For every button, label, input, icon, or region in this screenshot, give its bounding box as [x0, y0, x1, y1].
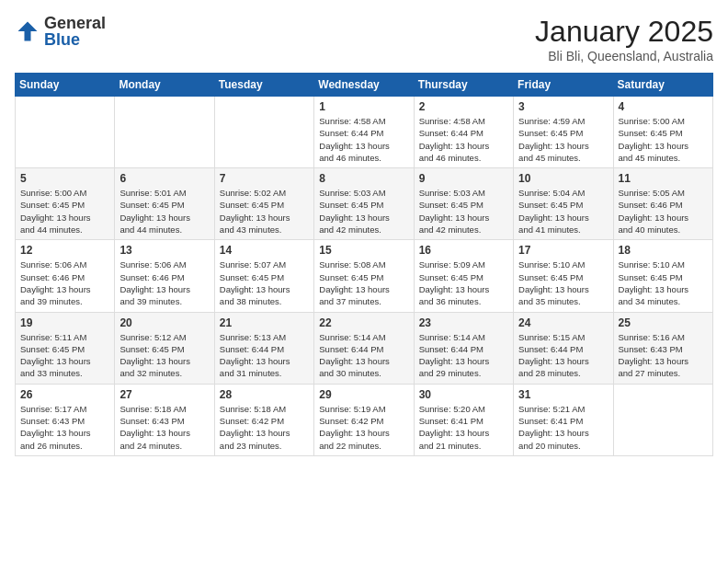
weekday-header-sunday: Sunday	[16, 74, 115, 97]
day-info-text: Sunrise: 5:01 AM Sunset: 6:45 PM Dayligh…	[119, 187, 209, 236]
day-info-text: Sunrise: 5:04 AM Sunset: 6:45 PM Dayligh…	[518, 187, 608, 236]
day-number: 19	[20, 316, 109, 329]
day-info-text: Sunrise: 5:06 AM Sunset: 6:46 PM Dayligh…	[20, 259, 109, 307]
day-info-text: Sunrise: 5:13 AM Sunset: 6:44 PM Dayligh…	[220, 331, 309, 380]
calendar-day-cell: 26Sunrise: 5:17 AM Sunset: 6:43 PM Dayli…	[16, 384, 115, 455]
day-number: 2	[419, 100, 508, 113]
day-number: 4	[619, 100, 708, 113]
calendar-empty-cell	[115, 97, 214, 168]
calendar-week-row: 12Sunrise: 5:06 AM Sunset: 6:46 PM Dayli…	[16, 240, 713, 312]
calendar-day-cell: 5Sunrise: 5:00 AM Sunset: 6:45 PM Daylig…	[16, 168, 115, 240]
day-info-text: Sunrise: 5:06 AM Sunset: 6:46 PM Dayligh…	[119, 259, 209, 307]
calendar-day-cell: 18Sunrise: 5:10 AM Sunset: 6:45 PM Dayli…	[613, 240, 712, 312]
calendar-day-cell: 11Sunrise: 5:05 AM Sunset: 6:46 PM Dayli…	[613, 168, 712, 240]
day-number: 29	[319, 388, 408, 401]
calendar-empty-cell	[214, 97, 313, 168]
calendar-empty-cell	[613, 384, 712, 455]
day-info-text: Sunrise: 5:18 AM Sunset: 6:42 PM Dayligh…	[220, 403, 309, 452]
calendar-day-cell: 17Sunrise: 5:10 AM Sunset: 6:45 PM Dayli…	[514, 240, 613, 312]
day-info-text: Sunrise: 5:10 AM Sunset: 6:45 PM Dayligh…	[518, 259, 608, 307]
day-info-text: Sunrise: 5:16 AM Sunset: 6:43 PM Dayligh…	[619, 331, 708, 380]
calendar-day-cell: 23Sunrise: 5:14 AM Sunset: 6:44 PM Dayli…	[414, 312, 513, 384]
day-number: 7	[220, 172, 309, 185]
calendar-day-cell: 6Sunrise: 5:01 AM Sunset: 6:45 PM Daylig…	[115, 168, 214, 240]
calendar-day-cell: 21Sunrise: 5:13 AM Sunset: 6:44 PM Dayli…	[214, 312, 313, 384]
weekday-header-friday: Friday	[514, 74, 613, 97]
logo: General Blue	[15, 15, 106, 48]
calendar-day-cell: 13Sunrise: 5:06 AM Sunset: 6:46 PM Dayli…	[115, 240, 214, 312]
calendar-week-row: 26Sunrise: 5:17 AM Sunset: 6:43 PM Dayli…	[16, 384, 713, 455]
day-number: 10	[518, 172, 608, 185]
day-number: 20	[119, 316, 209, 329]
calendar-day-cell: 4Sunrise: 5:00 AM Sunset: 6:45 PM Daylig…	[613, 97, 712, 168]
day-info-text: Sunrise: 5:11 AM Sunset: 6:45 PM Dayligh…	[20, 331, 109, 380]
calendar-day-cell: 9Sunrise: 5:03 AM Sunset: 6:45 PM Daylig…	[414, 168, 513, 240]
calendar-day-cell: 15Sunrise: 5:08 AM Sunset: 6:45 PM Dayli…	[314, 240, 414, 312]
calendar-day-cell: 10Sunrise: 5:04 AM Sunset: 6:45 PM Dayli…	[514, 168, 613, 240]
day-info-text: Sunrise: 5:08 AM Sunset: 6:45 PM Dayligh…	[319, 259, 408, 307]
calendar-day-cell: 19Sunrise: 5:11 AM Sunset: 6:45 PM Dayli…	[16, 312, 115, 384]
day-info-text: Sunrise: 5:10 AM Sunset: 6:45 PM Dayligh…	[619, 259, 708, 307]
day-number: 18	[619, 244, 708, 257]
day-number: 15	[319, 244, 408, 257]
day-info-text: Sunrise: 5:20 AM Sunset: 6:41 PM Dayligh…	[419, 403, 508, 452]
calendar-subtitle: Bli Bli, Queensland, Australia	[535, 49, 713, 63]
calendar-week-row: 5Sunrise: 5:00 AM Sunset: 6:45 PM Daylig…	[16, 168, 713, 240]
weekday-header-tuesday: Tuesday	[214, 74, 313, 97]
day-number: 8	[319, 172, 408, 185]
day-number: 14	[220, 244, 309, 257]
calendar-table: SundayMondayTuesdayWednesdayThursdayFrid…	[15, 73, 713, 456]
calendar-day-cell: 29Sunrise: 5:19 AM Sunset: 6:42 PM Dayli…	[314, 384, 414, 455]
day-number: 31	[518, 388, 608, 401]
day-number: 16	[419, 244, 508, 257]
calendar-week-row: 19Sunrise: 5:11 AM Sunset: 6:45 PM Dayli…	[16, 312, 713, 384]
logo-blue-text: Blue	[44, 31, 106, 48]
calendar-day-cell: 24Sunrise: 5:15 AM Sunset: 6:44 PM Dayli…	[514, 312, 613, 384]
day-info-text: Sunrise: 5:03 AM Sunset: 6:45 PM Dayligh…	[419, 187, 508, 236]
day-info-text: Sunrise: 5:02 AM Sunset: 6:45 PM Dayligh…	[220, 187, 309, 236]
svg-marker-0	[18, 22, 38, 41]
day-info-text: Sunrise: 4:58 AM Sunset: 6:44 PM Dayligh…	[319, 115, 408, 164]
calendar-day-cell: 31Sunrise: 5:21 AM Sunset: 6:41 PM Dayli…	[514, 384, 613, 455]
calendar-day-cell: 7Sunrise: 5:02 AM Sunset: 6:45 PM Daylig…	[214, 168, 313, 240]
calendar-day-cell: 25Sunrise: 5:16 AM Sunset: 6:43 PM Dayli…	[613, 312, 712, 384]
day-number: 24	[518, 316, 608, 329]
calendar-day-cell: 27Sunrise: 5:18 AM Sunset: 6:43 PM Dayli…	[115, 384, 214, 455]
day-info-text: Sunrise: 5:09 AM Sunset: 6:45 PM Dayligh…	[419, 259, 508, 307]
weekday-header-thursday: Thursday	[414, 74, 513, 97]
day-info-text: Sunrise: 5:19 AM Sunset: 6:42 PM Dayligh…	[319, 403, 408, 452]
weekday-header-saturday: Saturday	[613, 74, 712, 97]
day-number: 11	[619, 172, 708, 185]
day-number: 22	[319, 316, 408, 329]
calendar-empty-cell	[16, 97, 115, 168]
day-number: 25	[619, 316, 708, 329]
calendar-day-cell: 1Sunrise: 4:58 AM Sunset: 6:44 PM Daylig…	[314, 97, 414, 168]
day-number: 27	[119, 388, 209, 401]
day-info-text: Sunrise: 5:12 AM Sunset: 6:45 PM Dayligh…	[119, 331, 209, 380]
calendar-title: January 2025	[535, 15, 713, 49]
day-info-text: Sunrise: 5:00 AM Sunset: 6:45 PM Dayligh…	[20, 187, 109, 236]
day-number: 21	[220, 316, 309, 329]
weekday-header-monday: Monday	[115, 74, 214, 97]
weekday-header-row: SundayMondayTuesdayWednesdayThursdayFrid…	[16, 74, 713, 97]
day-number: 3	[518, 100, 608, 113]
calendar-day-cell: 16Sunrise: 5:09 AM Sunset: 6:45 PM Dayli…	[414, 240, 513, 312]
day-info-text: Sunrise: 5:14 AM Sunset: 6:44 PM Dayligh…	[419, 331, 508, 380]
calendar-day-cell: 2Sunrise: 4:58 AM Sunset: 6:44 PM Daylig…	[414, 97, 513, 168]
calendar-day-cell: 20Sunrise: 5:12 AM Sunset: 6:45 PM Dayli…	[115, 312, 214, 384]
day-info-text: Sunrise: 4:58 AM Sunset: 6:44 PM Dayligh…	[419, 115, 508, 164]
calendar-day-cell: 3Sunrise: 4:59 AM Sunset: 6:45 PM Daylig…	[514, 97, 613, 168]
day-info-text: Sunrise: 5:05 AM Sunset: 6:46 PM Dayligh…	[619, 187, 708, 236]
day-number: 13	[119, 244, 209, 257]
day-number: 23	[419, 316, 508, 329]
calendar-day-cell: 12Sunrise: 5:06 AM Sunset: 6:46 PM Dayli…	[16, 240, 115, 312]
day-number: 9	[419, 172, 508, 185]
logo-general-text: General	[44, 15, 106, 31]
day-number: 26	[20, 388, 109, 401]
day-number: 1	[319, 100, 408, 113]
calendar-day-cell: 22Sunrise: 5:14 AM Sunset: 6:44 PM Dayli…	[314, 312, 414, 384]
weekday-header-wednesday: Wednesday	[314, 74, 414, 97]
day-number: 5	[20, 172, 109, 185]
title-block: January 2025 Bli Bli, Queensland, Austra…	[535, 15, 713, 63]
calendar-week-row: 1Sunrise: 4:58 AM Sunset: 6:44 PM Daylig…	[16, 97, 713, 168]
